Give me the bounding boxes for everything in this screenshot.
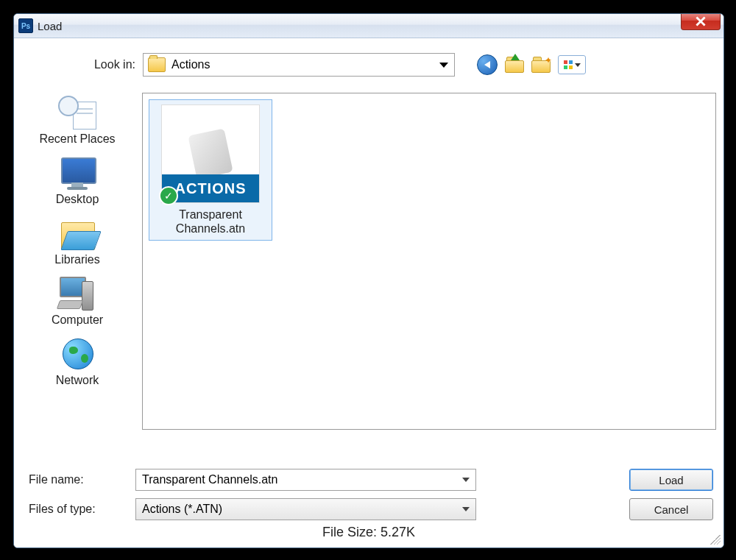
place-libraries[interactable]: Libraries (21, 216, 133, 266)
folder-icon (148, 57, 166, 72)
place-label: Libraries (21, 253, 133, 266)
new-star-icon: ✦ (545, 55, 552, 65)
chevron-down-icon (462, 507, 470, 511)
mid-row: Recent Places Desktop Libraries (21, 93, 716, 460)
place-desktop[interactable]: Desktop (21, 156, 133, 206)
cancel-button[interactable]: Cancel (629, 498, 713, 520)
network-icon (57, 337, 98, 372)
back-button[interactable] (477, 54, 498, 75)
file-type-value: Actions (*.ATN) (142, 503, 222, 516)
recent-places-icon (57, 96, 98, 131)
file-name-label-text: File name: (21, 473, 135, 486)
up-one-level-button[interactable] (505, 57, 524, 73)
resize-grip[interactable] (710, 534, 721, 545)
close-icon (696, 16, 706, 26)
load-button[interactable]: Load (629, 469, 713, 491)
place-network[interactable]: Network (21, 337, 133, 387)
chevron-down-icon (462, 478, 470, 482)
computer-icon (57, 277, 98, 312)
dialog-body: Look in: Actions ✦ (14, 38, 723, 547)
chevron-down-icon (575, 63, 581, 67)
place-recent[interactable]: Recent Places (21, 96, 133, 146)
place-label: Computer (21, 313, 133, 327)
new-folder-button[interactable]: ✦ (531, 57, 551, 73)
place-label: Network (21, 374, 133, 387)
desktop-icon (57, 156, 98, 191)
look-in-label: Look in: (21, 58, 135, 71)
file-item[interactable]: ACTIONS ✓ Transparent Channels.atn (149, 99, 272, 241)
file-list-pane[interactable]: ACTIONS ✓ Transparent Channels.atn (142, 93, 716, 430)
view-menu-button[interactable] (558, 55, 586, 74)
file-name-row: File name: Transparent Channels.atn (21, 469, 600, 491)
libraries-icon (57, 216, 98, 252)
look-in-value: Actions (171, 58, 210, 71)
file-size-label: File Size: 5.27K (21, 525, 716, 545)
arrow-up-icon (511, 54, 520, 60)
titlebar: Ps Load (14, 14, 723, 38)
app-icon: Ps (18, 18, 33, 33)
fields-column: File name: Transparent Channels.atn File… (21, 469, 600, 520)
file-name-value: Transparent Channels.atn (142, 473, 277, 486)
look-in-combo[interactable]: Actions (143, 53, 455, 77)
file-name-input[interactable]: Transparent Channels.atn (135, 469, 476, 491)
file-name-label: Transparent Channels.atn (154, 208, 267, 235)
window-title: Load (38, 20, 62, 32)
place-label: Recent Places (21, 132, 133, 146)
thumbnails-icon (564, 60, 573, 69)
file-thumbnail: ACTIONS ✓ (161, 104, 260, 203)
bottom-area: File name: Transparent Channels.atn File… (21, 469, 716, 520)
check-icon: ✓ (159, 186, 178, 205)
load-dialog: Ps Load Look in: Actions (13, 13, 724, 548)
buttons-column: Load Cancel (629, 469, 713, 520)
close-button[interactable] (681, 13, 721, 30)
places-bar: Recent Places Desktop Libraries (21, 93, 133, 460)
arrow-left-icon (484, 61, 490, 68)
place-computer[interactable]: Computer (21, 277, 133, 327)
file-type-select[interactable]: Actions (*.ATN) (135, 498, 476, 520)
file-type-label-text: Files of type: (21, 503, 135, 516)
chevron-down-icon (439, 63, 448, 68)
file-type-row: Files of type: Actions (*.ATN) (21, 498, 600, 520)
place-label: Desktop (21, 193, 133, 206)
nav-toolbar: ✦ (477, 54, 586, 75)
top-row: Look in: Actions ✦ (21, 52, 716, 78)
action-script-icon (185, 128, 236, 180)
